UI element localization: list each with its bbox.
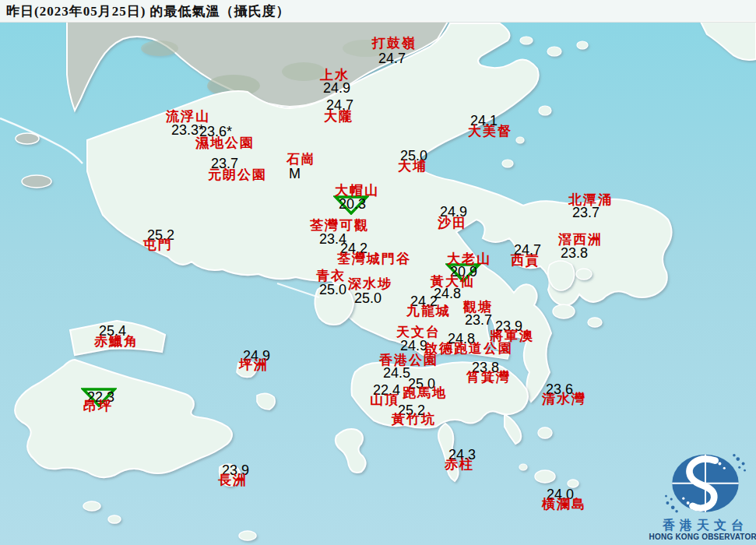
station-name: 清水灣: [542, 392, 586, 406]
station-min-temperature: 24.9: [323, 81, 350, 95]
weather-map-page: 打鼓嶺24.7上水24.924.7大隴流浮山23.3*23.6*濕地公園23.7…: [0, 0, 756, 545]
hko-logo-name-en: HONG KONG OBSERVATORY: [649, 533, 756, 542]
title-band: 昨日(2023年05月25日) 的最低氣溫（攝氏度）: [0, 0, 756, 23]
station-min-temperature: 20.3: [339, 197, 366, 211]
station-name: 屯門: [143, 238, 173, 251]
page-title: 昨日(2023年05月25日) 的最低氣溫（攝氏度）: [6, 2, 290, 20]
station-name: 青衣: [316, 269, 346, 283]
station-name: 赤柱: [445, 458, 474, 471]
station-name: 大帽山: [335, 184, 379, 197]
station-min-temperature: 24.9: [400, 339, 427, 353]
station-name: 筲箕灣: [466, 371, 511, 384]
station-name: 赤鱲角: [94, 335, 139, 348]
station-min-temperature: 24.5: [383, 366, 410, 380]
station-name: 大隴: [324, 110, 353, 123]
station-name: 流浮山: [166, 110, 210, 123]
station-name: 沙田: [438, 216, 467, 230]
station-name: 荃灣可觀: [310, 219, 369, 232]
station-name: 坪洲: [239, 358, 269, 371]
station-name: 濕地公園: [195, 136, 255, 149]
station-min-temperature: 25.0: [319, 283, 346, 297]
station-min-temperature: M: [289, 167, 301, 181]
station-name: 大美督: [468, 125, 512, 138]
hko-logo: 香港天文台 HONG KONG OBSERVATORY: [658, 448, 753, 542]
station-min-temperature: 23.8: [561, 246, 588, 260]
hko-logo-icon: [658, 448, 753, 518]
station-min-temperature: 25.0: [354, 291, 382, 305]
station-name: 橫瀾島: [542, 498, 586, 511]
station-name: 天文台: [396, 325, 441, 339]
station-name: 九龍城: [406, 304, 451, 318]
station-name: 跑馬地: [403, 386, 447, 399]
station-name: 黃竹坑: [392, 413, 436, 426]
station-name: 大埔: [398, 160, 427, 173]
station-name: 長洲: [218, 473, 248, 487]
station-name: 昂坪: [83, 399, 113, 413]
hko-logo-name-zh: 香港天文台: [663, 519, 748, 533]
station-name: 山頂: [370, 393, 399, 406]
station-name: 西貢: [511, 254, 540, 267]
station-min-temperature: 24.8: [434, 287, 461, 301]
station-name: 石崗: [287, 153, 316, 166]
station-min-temperature: 24.7: [378, 51, 406, 65]
station-name: 深水埗: [348, 277, 392, 290]
station-name: 荃灣城門谷: [337, 252, 411, 265]
station-name: 打鼓嶺: [372, 37, 417, 50]
station-name: 滘西洲: [558, 233, 603, 246]
station-name: 元朗公園: [208, 168, 267, 181]
station-min-temperature: 23.7: [465, 313, 492, 327]
station-min-temperature: 23.7: [572, 206, 600, 220]
station-layer: 打鼓嶺24.7上水24.924.7大隴流浮山23.3*23.6*濕地公園23.7…: [0, 0, 756, 545]
